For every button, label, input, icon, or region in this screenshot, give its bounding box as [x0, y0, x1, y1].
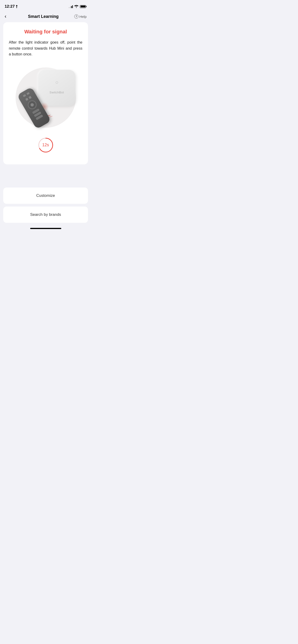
status-icons	[69, 5, 87, 8]
content-card: Waiting for signal After the light indic…	[3, 22, 88, 164]
back-button[interactable]: ‹	[5, 14, 14, 20]
signal-bars	[69, 5, 73, 8]
timer-container: 12s	[9, 137, 82, 153]
help-button[interactable]: ? Help	[73, 14, 87, 18]
remote-middle-row	[25, 96, 32, 101]
remote-top-buttons	[23, 92, 30, 97]
nav-bar: ‹ Smart Learning ? Help	[0, 12, 91, 22]
help-label: Help	[79, 14, 87, 18]
bottom-area: Customize Search by brands	[0, 183, 91, 225]
status-time: 12:27	[5, 4, 18, 9]
remote-inner-circle	[30, 102, 34, 107]
timer-circle: 12s	[38, 137, 54, 153]
illustration: SwitchBot	[9, 63, 82, 132]
search-by-brands-button[interactable]: Search by brands	[3, 206, 88, 223]
signal-bar-4	[72, 5, 73, 8]
hub-brand: SwitchBot	[50, 91, 64, 94]
battery-icon	[80, 5, 87, 8]
home-bar	[30, 228, 61, 229]
remote-bottom-btns	[32, 108, 43, 120]
instruction-text: After the light indicator goes off, poin…	[9, 40, 82, 57]
help-circle-icon: ?	[74, 14, 79, 18]
signal-bar-1	[69, 7, 69, 8]
waiting-title: Waiting for signal	[9, 29, 82, 35]
remote-big-circle	[26, 99, 38, 111]
remote-btn-sq-1	[25, 98, 28, 101]
remote-btn-1	[23, 94, 26, 97]
hub-dot	[56, 81, 58, 84]
customize-button[interactable]: Customize	[3, 188, 88, 204]
page-title: Smart Learning	[14, 14, 73, 19]
signal-bar-3	[71, 6, 72, 8]
home-indicator	[0, 225, 91, 231]
timer-text: 12s	[42, 142, 49, 148]
status-bar: 12:27	[0, 0, 91, 12]
search-label: Search by brands	[30, 212, 61, 217]
signal-bar-2	[70, 7, 71, 8]
customize-label: Customize	[36, 193, 55, 198]
hub-mini-device: SwitchBot	[38, 70, 75, 106]
spacer	[0, 164, 91, 183]
remote-btn-2	[26, 92, 30, 95]
wifi-icon	[74, 5, 79, 8]
remote-btn-sq-2	[28, 96, 32, 99]
location-icon	[16, 5, 18, 8]
